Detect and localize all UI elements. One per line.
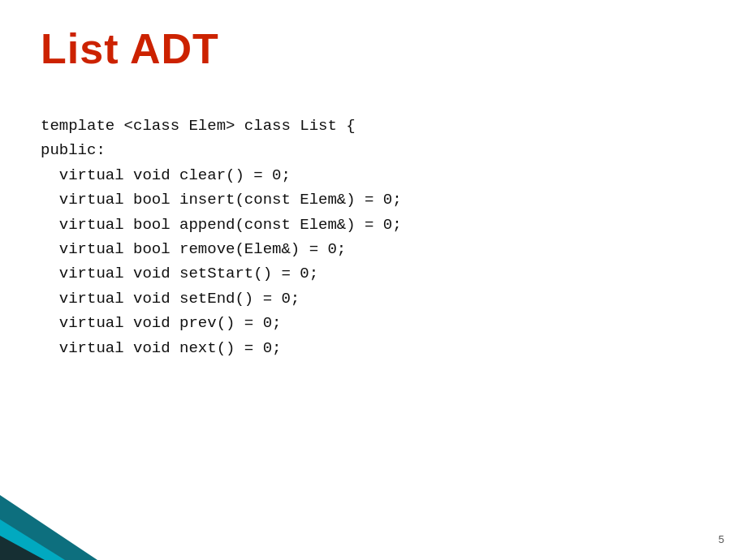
bottom-decoration — [0, 463, 162, 560]
slide-title: List ADT — [41, 24, 219, 73]
page-number: 5 — [719, 533, 724, 545]
slide: List ADT template <class Elem> class Lis… — [0, 0, 747, 560]
code-block: template <class Elem> class List { publi… — [41, 114, 706, 360]
